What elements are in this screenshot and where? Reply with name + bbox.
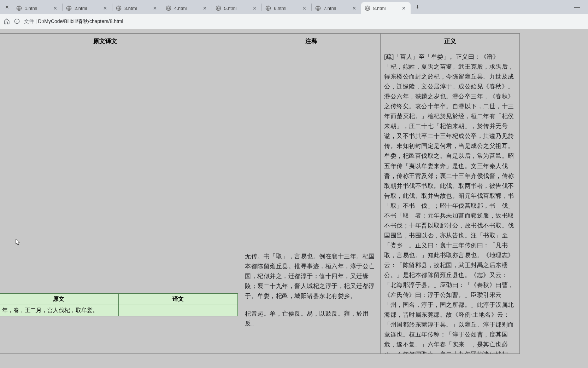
cursor-icon bbox=[16, 239, 20, 247]
close-icon[interactable]: ✕ bbox=[400, 5, 407, 12]
home-icon[interactable] bbox=[4, 18, 10, 25]
annotation-p1: 无传。书「取」，言易也。例在襄十三年。杞国本都陈留雍丘县。推寻事迹，桓六年，淳于… bbox=[245, 252, 377, 301]
inner-cell-original: 年，春，王二月，莒人伐杞，取牟娄。 bbox=[0, 305, 118, 316]
tab-6[interactable]: 6.html ✕ bbox=[262, 2, 311, 14]
address-path: D:/MyCode/Bilibili/春秋/chapters/8.html bbox=[38, 18, 123, 24]
header-annotation: 注释 bbox=[242, 34, 381, 49]
tab-title: 1.html bbox=[25, 6, 52, 11]
globe-icon bbox=[16, 5, 22, 11]
address-prefix: 文件 bbox=[24, 18, 34, 24]
tab-7[interactable]: 7.html ✕ bbox=[312, 2, 361, 14]
close-icon[interactable]: ✕ bbox=[301, 5, 308, 12]
info-icon[interactable] bbox=[14, 18, 20, 25]
globe-icon bbox=[116, 5, 122, 11]
header-zhengyi: 正义 bbox=[381, 34, 520, 49]
close-icon[interactable]: ✕ bbox=[102, 5, 108, 12]
tab-8-active[interactable]: 8.html ✕ bbox=[361, 2, 411, 14]
tab-title: 4.html bbox=[174, 6, 201, 11]
address-text[interactable]: 文件 | D:/MyCode/Bilibili/春秋/chapters/8.ht… bbox=[24, 18, 123, 25]
globe-icon bbox=[216, 5, 221, 11]
tab-4[interactable]: 4.html ✕ bbox=[162, 2, 212, 14]
globe-icon bbox=[265, 5, 271, 11]
tab-2[interactable]: 2.html ✕ bbox=[63, 2, 112, 14]
globe-icon bbox=[315, 5, 321, 11]
tab-5[interactable]: 5.html ✕ bbox=[212, 2, 261, 14]
tab-title: 2.html bbox=[75, 6, 102, 11]
cell-annotation: 无传。书「取」，言易也。例在襄十三年。杞国本都陈留雍丘县。推寻事迹，桓六年，淳于… bbox=[242, 49, 381, 354]
tab-title: 8.html bbox=[373, 6, 400, 11]
globe-icon bbox=[365, 5, 370, 11]
tab-3[interactable]: 3.html ✕ bbox=[112, 2, 162, 14]
main-table: 原文译文 注释 正义 原文 译文 bbox=[0, 33, 520, 354]
cell-original-translation: 原文 译文 年，春，王二月，莒人伐杞，取牟娄。 bbox=[0, 49, 242, 354]
inner-header-original: 原文 bbox=[0, 294, 118, 305]
zhengyi-text: [疏]「莒人」至「牟娄」。正义曰：《谱》「杞，姒姓，夏禹之苗裔。武王克殷，求禹后… bbox=[384, 53, 514, 353]
inner-header-translation: 译文 bbox=[118, 294, 238, 305]
inner-table: 原文 译文 年，春，王二月，莒人伐杞，取牟娄。 bbox=[0, 293, 238, 316]
header-original-translation: 原文译文 bbox=[0, 34, 242, 49]
annotation-p2: 杞音起。牟，亡侯反。易，以豉反。雍，於用反。 bbox=[245, 309, 377, 329]
inner-cell-translation bbox=[118, 305, 238, 316]
tab-title: 6.html bbox=[274, 6, 301, 11]
window-minimize-icon[interactable]: — bbox=[568, 4, 587, 11]
close-icon[interactable]: ✕ bbox=[251, 5, 258, 12]
close-icon[interactable]: ✕ bbox=[351, 5, 358, 12]
close-icon[interactable]: ✕ bbox=[152, 5, 158, 12]
tab-bar: ✕ 1.html ✕ 2.html ✕ 3.html ✕ bbox=[0, 0, 588, 14]
new-tab-button[interactable]: + bbox=[411, 4, 424, 11]
cell-zhengyi: [疏]「莒人」至「牟娄」。正义曰：《谱》「杞，姒姓，夏禹之苗裔。武王克殷，求禹后… bbox=[381, 49, 520, 354]
tab-title: 3.html bbox=[124, 6, 152, 11]
globe-icon bbox=[166, 5, 171, 11]
close-icon[interactable]: ✕ bbox=[201, 5, 208, 12]
tab-title: 5.html bbox=[224, 6, 251, 11]
leading-close-icon[interactable]: ✕ bbox=[1, 4, 13, 10]
tab-1[interactable]: 1.html ✕ bbox=[13, 2, 62, 14]
address-bar: 文件 | D:/MyCode/Bilibili/春秋/chapters/8.ht… bbox=[0, 14, 588, 29]
close-icon[interactable]: ✕ bbox=[52, 5, 59, 12]
page-content: 原文译文 注释 正义 原文 译文 bbox=[0, 29, 588, 368]
globe-icon bbox=[66, 5, 72, 11]
tab-title: 7.html bbox=[324, 6, 351, 11]
